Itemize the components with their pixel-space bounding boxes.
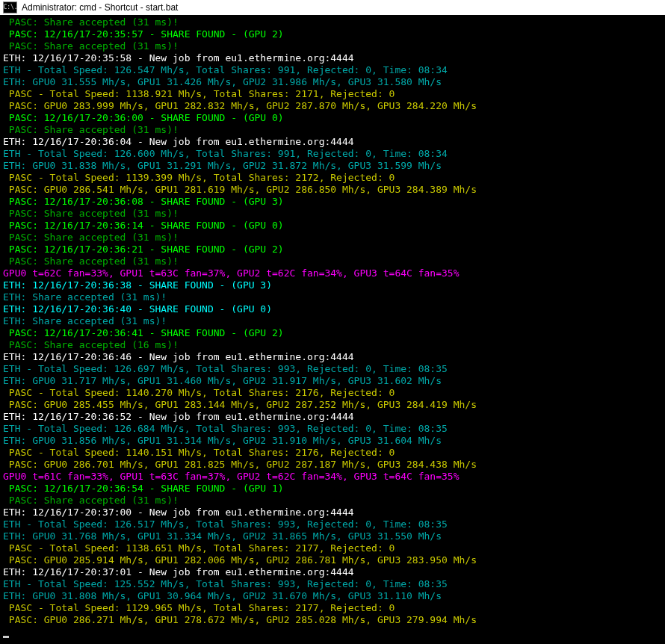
terminal-line: PASC - Total Speed: 1140.151 Mh/s, Total… (3, 447, 662, 459)
terminal-line: PASC: 12/16/17-20:36:00 - SHARE FOUND - … (3, 112, 662, 124)
terminal-line: PASC: 12/16/17-20:36:08 - SHARE FOUND - … (3, 196, 662, 208)
terminal-line: PASC: Share accepted (16 ms)! (3, 339, 662, 351)
terminal-line: PASC: Share accepted (31 ms)! (3, 232, 662, 244)
terminal-line: PASC: 12/16/17-20:36:14 - SHARE FOUND - … (3, 220, 662, 232)
terminal-line: ETH - Total Speed: 126.697 Mh/s, Total S… (3, 363, 662, 375)
terminal-line: PASC: GPU0 286.701 Mh/s, GPU1 281.825 Mh… (3, 459, 662, 471)
terminal-line: ETH - Total Speed: 126.547 Mh/s, Total S… (3, 64, 662, 76)
terminal-line: ETH: GPU0 31.555 Mh/s, GPU1 31.426 Mh/s,… (3, 76, 662, 88)
terminal-line: PASC: Share accepted (31 ms)! (3, 208, 662, 220)
terminal-line: PASC: Share accepted (31 ms)! (3, 40, 662, 52)
terminal-line: ETH: 12/16/17-20:35:58 - New job from eu… (3, 52, 662, 64)
terminal-line: PASC - Total Speed: 1140.270 Mh/s, Total… (3, 387, 662, 399)
terminal-line: GPU0 t=61C fan=33%, GPU1 t=63C fan=37%, … (3, 471, 662, 483)
terminal-line: PASC: GPU0 285.455 Mh/s, GPU1 283.144 Mh… (3, 399, 662, 411)
terminal-cursor-line (3, 626, 662, 638)
cmd-icon: C:\. (3, 1, 17, 13)
terminal-line: PASC: GPU0 286.541 Mh/s, GPU1 281.619 Mh… (3, 184, 662, 196)
terminal-line: PASC: GPU0 286.271 Mh/s, GPU1 278.672 Mh… (3, 614, 662, 626)
terminal-line: ETH: GPU0 31.768 Mh/s, GPU1 31.334 Mh/s,… (3, 530, 662, 542)
terminal-line: ETH: 12/16/17-20:36:40 - SHARE FOUND - (… (3, 303, 662, 315)
terminal-line: ETH: 12/16/17-20:36:46 - New job from eu… (3, 351, 662, 363)
terminal-line: ETH: Share accepted (31 ms)! (3, 315, 662, 327)
terminal-line: PASC: Share accepted (31 ms)! (3, 256, 662, 267)
terminal-line: ETH: 12/16/17-20:36:52 - New job from eu… (3, 411, 662, 423)
terminal-output[interactable]: PASC: Share accepted (31 ms)! PASC: 12/1… (0, 15, 665, 640)
terminal-line: ETH - Total Speed: 126.600 Mh/s, Total S… (3, 148, 662, 160)
terminal-line: ETH: 12/16/17-20:37:01 - New job from eu… (3, 566, 662, 578)
terminal-line: ETH - Total Speed: 125.552 Mh/s, Total S… (3, 578, 662, 590)
terminal-line: ETH: 12/16/17-20:36:38 - SHARE FOUND - (… (3, 279, 662, 291)
terminal-line: ETH: 12/16/17-20:36:04 - New job from eu… (3, 136, 662, 148)
window-title: Administrator: cmd - Shortcut - start.ba… (22, 0, 178, 15)
terminal-line: PASC: GPU0 283.999 Mh/s, GPU1 282.832 Mh… (3, 100, 662, 112)
terminal-cursor (3, 636, 9, 638)
terminal-line: ETH: GPU0 31.808 Mh/s, GPU1 30.964 Mh/s,… (3, 590, 662, 602)
terminal-line: ETH: Share accepted (31 ms)! (3, 291, 662, 303)
terminal-line: PASC: Share accepted (31 ms)! (3, 495, 662, 507)
terminal-line: PASC - Total Speed: 1129.965 Mh/s, Total… (3, 602, 662, 614)
terminal-line: ETH: GPU0 31.838 Mh/s, GPU1 31.291 Mh/s,… (3, 160, 662, 172)
terminal-line: PASC: Share accepted (31 ms)! (3, 16, 662, 28)
terminal-line: GPU0 t=62C fan=33%, GPU1 t=63C fan=37%, … (3, 267, 662, 279)
window-titlebar[interactable]: C:\. Administrator: cmd - Shortcut - sta… (0, 0, 665, 15)
terminal-line: ETH - Total Speed: 126.517 Mh/s, Total S… (3, 518, 662, 530)
terminal-line: PASC: 12/16/17-20:36:41 - SHARE FOUND - … (3, 327, 662, 339)
terminal-line: PASC: GPU0 285.914 Mh/s, GPU1 282.006 Mh… (3, 554, 662, 566)
terminal-line: PASC - Total Speed: 1138.651 Mh/s, Total… (3, 542, 662, 554)
terminal-line: PASC: 12/16/17-20:36:21 - SHARE FOUND - … (3, 244, 662, 256)
terminal-line: ETH: GPU0 31.717 Mh/s, GPU1 31.460 Mh/s,… (3, 375, 662, 387)
terminal-line: PASC - Total Speed: 1139.399 Mh/s, Total… (3, 172, 662, 184)
terminal-line: PASC: Share accepted (31 ms)! (3, 124, 662, 136)
terminal-line: PASC: 12/16/17-20:35:57 - SHARE FOUND - … (3, 28, 662, 40)
terminal-line: PASC: 12/16/17-20:36:54 - SHARE FOUND - … (3, 483, 662, 495)
terminal-line: ETH: GPU0 31.856 Mh/s, GPU1 31.314 Mh/s,… (3, 435, 662, 447)
terminal-line: PASC - Total Speed: 1138.921 Mh/s, Total… (3, 88, 662, 100)
terminal-line: ETH - Total Speed: 126.684 Mh/s, Total S… (3, 423, 662, 435)
terminal-line: ETH: 12/16/17-20:37:00 - New job from eu… (3, 507, 662, 518)
